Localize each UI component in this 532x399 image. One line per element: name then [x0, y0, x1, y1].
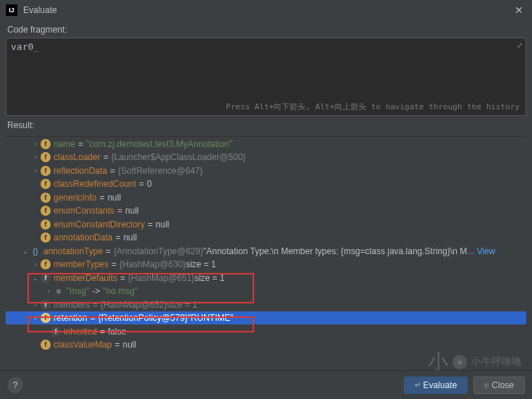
- value-type: {AnnotationType@629}: [114, 246, 203, 256]
- tree-row[interactable]: ›fretention={RetentionPolicy@579} "RUNTI…: [6, 311, 526, 325]
- result-label: Result:: [0, 116, 532, 133]
- tree-row[interactable]: ›fname="com.zj.demotest.test3.MyAnnotati…: [6, 137, 526, 151]
- field-icon: f: [41, 139, 51, 149]
- field-name: annotationType: [43, 246, 103, 256]
- return-icon: ↵: [415, 381, 421, 389]
- value: size = 1: [186, 259, 216, 269]
- chevron-right-icon[interactable]: ›: [30, 314, 41, 322]
- close-mini-icon: ⎋: [484, 381, 489, 389]
- close-button[interactable]: ⎋ Close: [473, 377, 525, 394]
- chevron-right-icon[interactable]: ›: [43, 287, 54, 295]
- value-type: {SoftReference@647}: [118, 166, 203, 176]
- field-icon: f: [41, 166, 51, 176]
- close-icon[interactable]: ✕: [512, 4, 526, 16]
- tree-row[interactable]: fenumConstants=null: [6, 204, 526, 218]
- tree-row[interactable]: ›freflectionData={SoftReference@647}: [6, 164, 526, 177]
- field-icon: f: [41, 340, 51, 350]
- expand-icon[interactable]: ⤢: [517, 41, 523, 49]
- chevron-right-icon[interactable]: ›: [30, 140, 41, 148]
- chevron-down-icon[interactable]: ⌄: [30, 274, 41, 282]
- equals: =: [114, 340, 119, 350]
- field-icon: f: [41, 193, 51, 203]
- map-entry-icon: ≡: [54, 286, 64, 296]
- tree-row[interactable]: fgenericInfo=null: [6, 190, 526, 204]
- titlebar: IJ Evaluate ✕: [0, 0, 532, 20]
- value: null: [123, 340, 137, 350]
- field-name: retention: [54, 313, 88, 323]
- chevron-down-icon[interactable]: ⌄: [20, 248, 30, 255]
- field-name: memberTypes: [54, 259, 109, 269]
- equals: =: [78, 139, 83, 149]
- field-icon: f: [41, 206, 51, 216]
- code-content: var0: [11, 41, 33, 52]
- equals: =: [110, 166, 115, 176]
- chevron-right-icon[interactable]: ›: [30, 154, 41, 161]
- value: null: [125, 206, 139, 216]
- field-name: classRedefinedCount: [54, 179, 136, 189]
- field-icon: f: [41, 300, 51, 310]
- value-type: {HashMap@651}: [128, 273, 195, 283]
- code-fragment-label: Code fragment:: [0, 20, 532, 38]
- tree-row[interactable]: ›≡"msg"->"no msg": [6, 285, 526, 298]
- equals: ->: [92, 286, 100, 296]
- field-name: classLoader: [54, 152, 101, 162]
- tree-row[interactable]: fenumConstantDirectory=null: [6, 217, 526, 231]
- field-name: enumConstantDirectory: [54, 219, 145, 230]
- tree-row[interactable]: ›fclassLoader={Launcher$AppClassLoader@5…: [6, 151, 526, 164]
- help-button[interactable]: ?: [7, 377, 23, 393]
- field-name: genericInfo: [54, 193, 96, 203]
- equals: =: [104, 152, 109, 162]
- field-name: "msg": [67, 286, 89, 296]
- footer: ? ↵ Evaluate ⎋ Close: [0, 370, 532, 399]
- result-tree[interactable]: ›fname="com.zj.demotest.test3.MyAnnotati…: [6, 136, 526, 350]
- value: size = 1: [167, 300, 198, 310]
- equals: =: [90, 313, 96, 323]
- view-link[interactable]: ... View: [467, 246, 495, 256]
- field-name: enumConstants: [54, 206, 114, 216]
- field-name: annotationData: [54, 232, 112, 243]
- window-title: Evaluate: [23, 5, 512, 15]
- field-name: inherited: [64, 327, 97, 337]
- value: 0: [147, 179, 152, 189]
- field-icon: f: [41, 179, 51, 189]
- field-icon: f: [41, 259, 51, 269]
- tree-row[interactable]: ›fmembers={HashMap@652} size = 1: [6, 298, 526, 311]
- field-icon: f: [51, 327, 61, 337]
- intellij-icon: IJ: [6, 4, 17, 16]
- equals: =: [148, 219, 153, 230]
- tree-row[interactable]: fclassValueMap=null: [6, 338, 526, 351]
- equals: =: [120, 273, 125, 283]
- value: size = 1: [195, 273, 225, 283]
- chevron-right-icon[interactable]: ›: [30, 167, 41, 175]
- value: "Annotation Type:\n Member types: {msg=c…: [203, 246, 468, 256]
- tree-row[interactable]: ›fmemberTypes={HashMap@630} size = 1: [6, 258, 526, 272]
- field-icon: f: [41, 232, 51, 243]
- code-fragment-editor[interactable]: var0_ ⤢ Press Alt+向下箭头, Alt+向上箭头 to navi…: [6, 38, 526, 116]
- field-name: classValueMap: [54, 340, 111, 350]
- tree-row[interactable]: fannotationData=null: [6, 231, 526, 245]
- value: null: [123, 232, 137, 243]
- equals: =: [100, 327, 105, 337]
- equals: =: [99, 193, 104, 203]
- chevron-right-icon[interactable]: ›: [30, 261, 41, 268]
- value-type: {Launcher$AppClassLoader@500}: [111, 152, 246, 162]
- chevron-right-icon[interactable]: ›: [30, 301, 41, 308]
- equals: =: [139, 179, 144, 189]
- value: false: [108, 327, 126, 337]
- tree-row[interactable]: ⌄{}annotationType={AnnotationType@629} "…: [6, 244, 526, 258]
- tree-row[interactable]: ⌄fmemberDefaults={HashMap@651} size = 1: [6, 271, 526, 285]
- field-name: memberDefaults: [54, 273, 117, 283]
- equals: =: [106, 246, 111, 256]
- equals: =: [115, 232, 120, 243]
- object-icon: {}: [30, 246, 41, 256]
- value: "RUNTIME": [187, 313, 233, 323]
- equals: =: [93, 300, 98, 310]
- tree-row[interactable]: fclassRedefinedCount=0: [6, 177, 526, 191]
- value: "no msg": [103, 286, 138, 296]
- evaluate-button[interactable]: ↵ Evaluate: [404, 377, 468, 394]
- value-type: {HashMap@630}: [119, 259, 186, 269]
- value: "com.zj.demotest.test3.MyAnnotation": [86, 139, 232, 149]
- value: null: [107, 193, 121, 203]
- tree-row[interactable]: finherited=false: [6, 324, 526, 338]
- field-icon: f: [41, 152, 51, 162]
